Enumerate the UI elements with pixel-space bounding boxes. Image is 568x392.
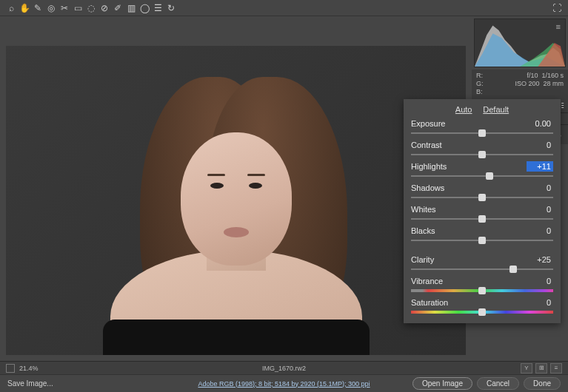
list-icon[interactable]: ☰ [151, 1, 164, 15]
iso: ISO 200 [515, 80, 539, 87]
slider-shadows[interactable] [411, 194, 553, 201]
filmstrip-bar: 21.4% IMG_1670.rw2 Y ⊞ ≡ [0, 361, 568, 374]
redeye-icon[interactable]: ⊘ [98, 1, 111, 15]
focal: 28 mm [543, 80, 564, 87]
slider-label: Blacks [411, 226, 435, 235]
slider-value[interactable]: 0 [527, 276, 553, 286]
slider-value[interactable]: +11 [527, 161, 553, 172]
slider-highlights[interactable] [411, 172, 553, 180]
slider-whites[interactable] [411, 215, 553, 223]
g-label: G: [476, 80, 484, 87]
r-label: R: [476, 72, 484, 79]
default-link[interactable]: Default [483, 105, 509, 114]
strip-button[interactable]: ≡ [550, 363, 562, 374]
auto-link[interactable]: Auto [455, 105, 472, 114]
slider-vibrance[interactable] [411, 287, 553, 294]
fit-icon[interactable] [6, 364, 15, 373]
slider-value[interactable]: 0 [527, 140, 553, 150]
slider-label: Vibrance [411, 277, 443, 285]
open-image-button[interactable]: Open Image [412, 377, 472, 390]
crop-tool-icon[interactable]: ✂ [58, 1, 71, 15]
slider-value[interactable]: 0 [527, 297, 553, 308]
zoom-tool-icon[interactable]: ⌕ [4, 1, 18, 15]
shutter: 1/160 s [541, 72, 564, 79]
slider-value[interactable]: +25 [527, 254, 553, 265]
slider-clarity[interactable] [411, 266, 553, 273]
filter-button[interactable]: Y [521, 363, 532, 374]
spot-icon[interactable]: ◌ [84, 1, 98, 15]
slider-value[interactable]: 0 [527, 226, 553, 236]
slider-row-vibrance: Vibrance 0 [411, 276, 553, 286]
slider-saturation[interactable] [411, 308, 553, 316]
slider-label: Exposure [411, 119, 445, 128]
slider-label: Whites [411, 205, 436, 214]
slider-row-whites: Whites 0 [411, 204, 553, 214]
aperture: f/10 [527, 72, 538, 79]
target-icon[interactable]: ◎ [44, 1, 58, 15]
brush-icon[interactable]: ✐ [111, 1, 124, 15]
filename: IMG_1670.rw2 [262, 365, 306, 372]
b-label: B: [476, 88, 484, 95]
done-button[interactable]: Done [524, 377, 561, 390]
slider-row-highlights: Highlights +11 [411, 161, 553, 172]
exif-meta: R: G: B: f/10 1/160 s ISO 200 28 mm [472, 70, 568, 98]
slider-row-blacks: Blacks 0 [411, 226, 553, 236]
cancel-button[interactable]: Cancel [477, 377, 519, 390]
slider-blacks[interactable] [411, 237, 553, 244]
slider-exposure[interactable] [411, 129, 553, 137]
preview-image[interactable] [6, 46, 466, 355]
slider-value[interactable]: 0.00 [527, 118, 553, 129]
gradient-icon[interactable]: ▥ [124, 1, 138, 15]
slider-value[interactable]: 0 [527, 204, 553, 214]
slider-row-saturation: Saturation 0 [411, 297, 553, 308]
slider-row-shadows: Shadows 0 [411, 183, 553, 193]
slider-label: Saturation [411, 298, 448, 307]
canvas-wrap [0, 16, 472, 361]
slider-row-clarity: Clarity +25 [411, 254, 553, 265]
slider-label: Clarity [411, 255, 434, 264]
straighten-icon[interactable]: ▭ [71, 1, 84, 15]
file-info-link[interactable]: Adobe RGB (1998); 8 bit; 5184 by 2920 (1… [198, 380, 370, 388]
zoom-level[interactable]: 21.4% [19, 365, 39, 372]
hand-tool-icon[interactable]: ✋ [18, 1, 31, 15]
fullscreen-icon[interactable]: ⛶ [550, 1, 564, 15]
histogram-menu-icon[interactable]: ≡ [556, 22, 561, 31]
basic-adjust-panel: Auto Default Exposure 0.00 Contrast 0 Hi… [404, 99, 561, 323]
grid-button[interactable]: ⊞ [535, 363, 547, 374]
slider-label: Shadows [411, 183, 444, 192]
top-toolbar: ⌕ ✋ ✎ ◎ ✂ ▭ ◌ ⊘ ✐ ▥ ◯ ☰ ↻ ⛶ [0, 0, 568, 16]
eyedropper-icon[interactable]: ✎ [31, 1, 44, 15]
histogram[interactable]: ≡ [474, 18, 566, 67]
slider-value[interactable]: 0 [527, 183, 553, 193]
slider-label: Contrast [411, 141, 442, 149]
slider-row-exposure: Exposure 0.00 [411, 118, 553, 129]
save-image-button[interactable]: Save Image... [7, 379, 53, 388]
radial-icon[interactable]: ◯ [138, 1, 151, 15]
bottom-bar: Save Image... Adobe RGB (1998); 8 bit; 5… [0, 374, 568, 392]
slider-contrast[interactable] [411, 151, 553, 158]
slider-label: Highlights [411, 162, 447, 171]
rotate-icon[interactable]: ↻ [164, 1, 178, 15]
slider-row-contrast: Contrast 0 [411, 140, 553, 150]
